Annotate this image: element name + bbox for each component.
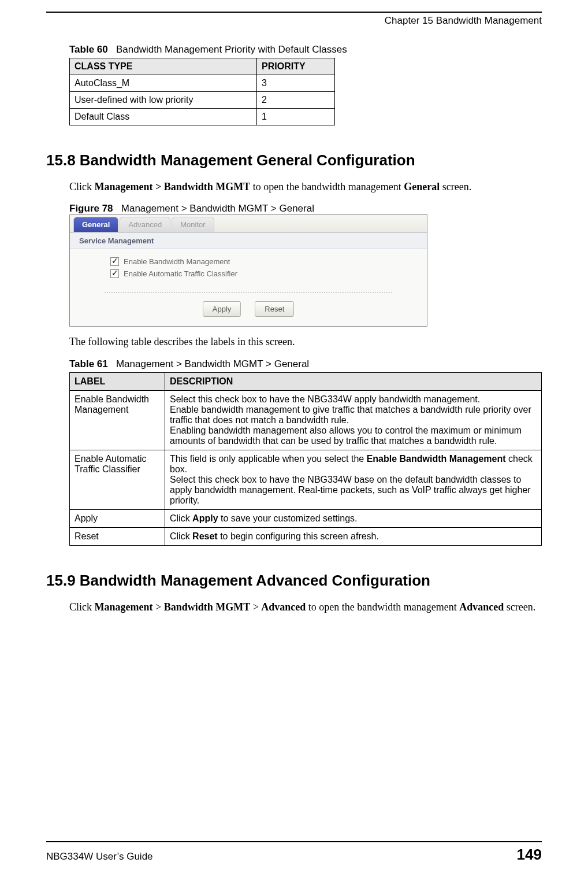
- table61-intro: The following table describes the labels…: [69, 335, 542, 349]
- section-15-8-body: Click Management > Bandwidth MGMT to ope…: [69, 180, 542, 194]
- checkbox-enable-classifier[interactable]: [110, 269, 119, 278]
- table-row: Enable Automatic Traffic Classifier This…: [70, 450, 542, 509]
- tab-advanced[interactable]: Advanced: [120, 217, 170, 232]
- table60: CLASS TYPE PRIORITY AutoClass_M 3 User-d…: [69, 58, 335, 125]
- figure78-caption: Figure 78 Management > Bandwidth MGMT > …: [69, 203, 542, 214]
- table-row: Enable Bandwidth Management Select this …: [70, 390, 542, 450]
- apply-button[interactable]: Apply: [203, 301, 241, 317]
- table-row: Reset Click Reset to begin configuring t…: [70, 527, 542, 545]
- checkbox-label: Enable Bandwidth Management: [124, 257, 230, 266]
- footer-guide: NBG334W User’s Guide: [46, 851, 153, 863]
- tab-monitor[interactable]: Monitor: [172, 217, 214, 232]
- section-15-9-body: Click Management > Bandwidth MGMT > Adva…: [69, 600, 542, 614]
- table60-h2: PRIORITY: [257, 58, 335, 75]
- tab-general[interactable]: General: [73, 217, 118, 232]
- section-15-9-heading: 15.9 Bandwidth Management Advanced Confi…: [46, 572, 542, 590]
- reset-button[interactable]: Reset: [255, 301, 294, 317]
- table-row: Default Class 1: [70, 109, 335, 125]
- table-row: Apply Click Apply to save your customize…: [70, 509, 542, 527]
- table60-h1: CLASS TYPE: [70, 58, 257, 75]
- checkbox-enable-bandwidth[interactable]: [110, 257, 119, 266]
- checkbox-label: Enable Automatic Traffic Classifier: [124, 269, 237, 278]
- table61-h2: DESCRIPTION: [165, 372, 542, 390]
- chapter-title: Chapter 15 Bandwidth Management: [385, 15, 542, 27]
- section-15-8-heading: 15.8 Bandwidth Management General Config…: [46, 151, 542, 169]
- table61-h1: LABEL: [70, 372, 165, 390]
- table61: LABEL DESCRIPTION Enable Bandwidth Manag…: [69, 372, 542, 546]
- table-row: User-defined with low priority 2: [70, 92, 335, 109]
- service-management-title: Service Management: [70, 232, 427, 249]
- table60-caption: Table 60 Bandwidth Management Priority w…: [69, 44, 542, 55]
- tab-bar: General Advanced Monitor: [70, 215, 427, 232]
- page-number: 149: [517, 846, 542, 864]
- figure78-screenshot: General Advanced Monitor Service Managem…: [69, 214, 427, 327]
- table-row: AutoClass_M 3: [70, 75, 335, 92]
- table61-caption: Table 61 Management > Bandwidth MGMT > G…: [69, 358, 542, 370]
